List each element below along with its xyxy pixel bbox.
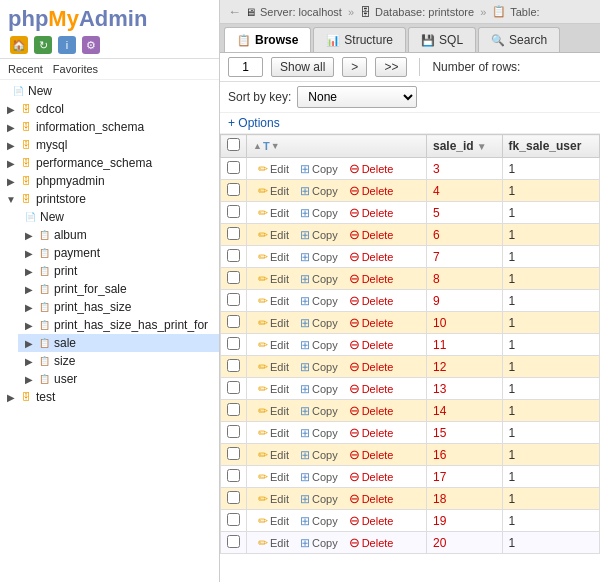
sort-down-icon[interactable]: ▼: [271, 141, 280, 151]
edit-button[interactable]: ✏ Edit: [253, 491, 294, 507]
delete-button[interactable]: ⊖ Delete: [344, 424, 399, 441]
tree-tbl-album[interactable]: ▶ 📋 album: [18, 226, 219, 244]
expander-phpmyadmin[interactable]: ▶: [4, 176, 18, 187]
edit-button[interactable]: ✏ Edit: [253, 513, 294, 529]
tree-db-information-schema[interactable]: ▶ 🗄 information_schema: [0, 118, 219, 136]
tree-tbl-print[interactable]: ▶ 📋 print: [18, 262, 219, 280]
expander-cdcol[interactable]: ▶: [4, 104, 18, 115]
breadcrumb-database[interactable]: Database: printstore: [375, 6, 474, 18]
delete-button[interactable]: ⊖ Delete: [344, 336, 399, 353]
edit-button[interactable]: ✏ Edit: [253, 315, 294, 331]
row-checkbox[interactable]: [227, 403, 240, 416]
copy-button[interactable]: ⊞ Copy: [295, 337, 343, 353]
tree-db-test[interactable]: ▶ 🗄 test: [0, 388, 219, 406]
row-checkbox[interactable]: [227, 183, 240, 196]
edit-button[interactable]: ✏ Edit: [253, 249, 294, 265]
sort-select[interactable]: None: [297, 86, 417, 108]
edit-button[interactable]: ✏ Edit: [253, 183, 294, 199]
copy-button[interactable]: ⊞ Copy: [295, 315, 343, 331]
edit-button[interactable]: ✏ Edit: [253, 447, 294, 463]
breadcrumb-table[interactable]: Table:: [510, 6, 539, 18]
copy-button[interactable]: ⊞ Copy: [295, 513, 343, 529]
row-checkbox[interactable]: [227, 249, 240, 262]
tree-db-performance-schema[interactable]: ▶ 🗄 performance_schema: [0, 154, 219, 172]
row-checkbox[interactable]: [227, 535, 240, 548]
edit-button[interactable]: ✏ Edit: [253, 271, 294, 287]
copy-button[interactable]: ⊞ Copy: [295, 249, 343, 265]
expander-user[interactable]: ▶: [22, 374, 36, 385]
copy-button[interactable]: ⊞ Copy: [295, 491, 343, 507]
tree-new-root[interactable]: 📄 New: [0, 82, 219, 100]
delete-button[interactable]: ⊖ Delete: [344, 270, 399, 287]
tree-db-cdcol[interactable]: ▶ 🗄 cdcol: [0, 100, 219, 118]
expander-test[interactable]: ▶: [4, 392, 18, 403]
expander-phshpf[interactable]: ▶: [22, 320, 36, 331]
tab-sql[interactable]: 💾 SQL: [408, 27, 476, 52]
delete-button[interactable]: ⊖ Delete: [344, 160, 399, 177]
expander-print-for-sale[interactable]: ▶: [22, 284, 36, 295]
data-table-wrapper[interactable]: ▲ T ▼ sale_id ▼ fk_sale_user: [220, 134, 600, 582]
settings-icon[interactable]: ⚙: [82, 36, 100, 54]
delete-button[interactable]: ⊖ Delete: [344, 204, 399, 221]
row-checkbox[interactable]: [227, 271, 240, 284]
edit-button[interactable]: ✏ Edit: [253, 403, 294, 419]
copy-button[interactable]: ⊞ Copy: [295, 205, 343, 221]
favorites-link[interactable]: Favorites: [53, 63, 98, 75]
edit-button[interactable]: ✏ Edit: [253, 205, 294, 221]
copy-button[interactable]: ⊞ Copy: [295, 227, 343, 243]
row-checkbox[interactable]: [227, 359, 240, 372]
row-checkbox[interactable]: [227, 315, 240, 328]
delete-button[interactable]: ⊖ Delete: [344, 446, 399, 463]
home-icon[interactable]: 🏠: [10, 36, 28, 54]
tree-db-phpmyadmin[interactable]: ▶ 🗄 phpmyadmin: [0, 172, 219, 190]
tree-tbl-print-has-size-has-print-for[interactable]: ▶ 📋 print_has_size_has_print_for: [18, 316, 219, 334]
page-input[interactable]: [228, 57, 263, 77]
copy-button[interactable]: ⊞ Copy: [295, 183, 343, 199]
row-checkbox[interactable]: [227, 425, 240, 438]
tree-tbl-payment[interactable]: ▶ 📋 payment: [18, 244, 219, 262]
tree-tbl-sale[interactable]: ▶ 📋 sale: [18, 334, 219, 352]
row-checkbox[interactable]: [227, 293, 240, 306]
options-link[interactable]: + Options: [228, 116, 280, 130]
breadcrumb-server[interactable]: Server: localhost: [260, 6, 342, 18]
row-checkbox[interactable]: [227, 161, 240, 174]
recent-link[interactable]: Recent: [8, 63, 43, 75]
delete-button[interactable]: ⊖ Delete: [344, 490, 399, 507]
tree-tbl-print-has-size[interactable]: ▶ 📋 print_has_size: [18, 298, 219, 316]
th-fk-sale-user[interactable]: fk_sale_user: [502, 135, 599, 158]
copy-button[interactable]: ⊞ Copy: [295, 535, 343, 551]
copy-button[interactable]: ⊞ Copy: [295, 293, 343, 309]
row-checkbox[interactable]: [227, 447, 240, 460]
delete-button[interactable]: ⊖ Delete: [344, 226, 399, 243]
copy-button[interactable]: ⊞ Copy: [295, 469, 343, 485]
row-checkbox[interactable]: [227, 513, 240, 526]
edit-button[interactable]: ✏ Edit: [253, 337, 294, 353]
row-checkbox[interactable]: [227, 337, 240, 350]
delete-button[interactable]: ⊖ Delete: [344, 248, 399, 265]
copy-button[interactable]: ⊞ Copy: [295, 271, 343, 287]
expander-album[interactable]: ▶: [22, 230, 36, 241]
next-button[interactable]: >: [342, 57, 367, 77]
expander-printstore[interactable]: ▼: [4, 194, 18, 205]
last-button[interactable]: >>: [375, 57, 407, 77]
delete-button[interactable]: ⊖ Delete: [344, 534, 399, 551]
expander-sale[interactable]: ▶: [22, 338, 36, 349]
delete-button[interactable]: ⊖ Delete: [344, 358, 399, 375]
tree-tbl-print-for-sale[interactable]: ▶ 📋 print_for_sale: [18, 280, 219, 298]
expander-size[interactable]: ▶: [22, 356, 36, 367]
refresh-icon[interactable]: ↻: [34, 36, 52, 54]
tab-structure[interactable]: 📊 Structure: [313, 27, 406, 52]
tab-browse[interactable]: 📋 Browse: [224, 27, 311, 52]
expander-performance-schema[interactable]: ▶: [4, 158, 18, 169]
expander-information-schema[interactable]: ▶: [4, 122, 18, 133]
row-checkbox[interactable]: [227, 227, 240, 240]
tree-tbl-user[interactable]: ▶ 📋 user: [18, 370, 219, 388]
row-checkbox[interactable]: [227, 469, 240, 482]
row-checkbox[interactable]: [227, 205, 240, 218]
delete-button[interactable]: ⊖ Delete: [344, 402, 399, 419]
copy-button[interactable]: ⊞ Copy: [295, 447, 343, 463]
expander-payment[interactable]: ▶: [22, 248, 36, 259]
edit-button[interactable]: ✏ Edit: [253, 359, 294, 375]
edit-button[interactable]: ✏ Edit: [253, 469, 294, 485]
edit-button[interactable]: ✏ Edit: [253, 535, 294, 551]
